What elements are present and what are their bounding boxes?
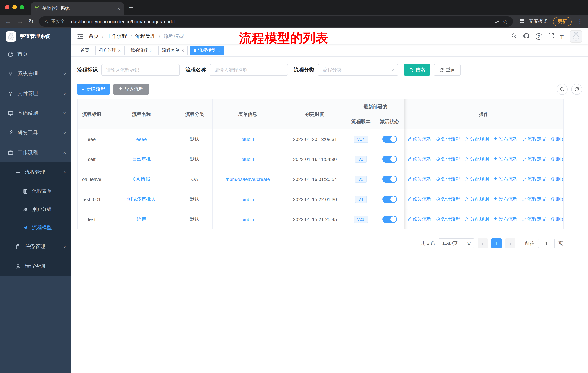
tag-home[interactable]: 首页 [77,46,93,55]
new-tab-button[interactable]: + [129,4,133,12]
sidebar-item-devtools[interactable]: 研发工具 ∨ [0,123,71,143]
row-form-link[interactable]: /bpm/oa/leave/create [226,176,270,182]
sidebar-item-task-mgmt[interactable]: 任务管理 ∨ [0,237,71,256]
import-process-button[interactable]: 导入流程 [113,84,148,95]
sidebar-item-process-mgmt[interactable]: 流程管理 ∧ [0,162,71,182]
row-form-link[interactable]: biubiu [241,217,254,222]
tab-close-icon[interactable]: × [117,5,120,11]
create-process-button[interactable]: + 新建流程 [77,84,110,95]
sidebar-item-process-model[interactable]: 流程模型 [0,219,71,237]
url-text[interactable]: dashboard.yudao.iocoder.cn/bpm/manager/m… [71,19,491,24]
window-close-button[interactable] [5,5,10,10]
bookmark-star-icon[interactable]: ☆ [503,18,508,25]
delete-process-link[interactable]: 删除 [550,156,563,162]
process-definition-link[interactable]: 流程定义 [522,216,546,222]
breadcrumb-home[interactable]: 首页 [89,33,99,40]
prev-page-button[interactable]: ‹ [478,238,488,248]
assign-rule-link[interactable]: 分配规则 [465,196,489,202]
back-button[interactable]: ← [5,18,11,25]
design-process-link[interactable]: 设计流程 [436,196,460,202]
tag-tenant-mgmt[interactable]: 租户管理 × [95,46,125,55]
row-form-link[interactable]: biubiu [241,156,254,162]
forward-button[interactable]: → [17,18,23,25]
sidebar-item-system[interactable]: 系统管理 ∨ [0,64,71,84]
sidebar-fold-icon[interactable] [77,33,84,40]
design-process-link[interactable]: 设计流程 [436,136,460,142]
browser-menu-icon[interactable]: ⋮ [577,18,583,25]
tag-close-icon[interactable]: × [218,48,220,53]
tag-process-model[interactable]: 流程模型 × [190,46,224,55]
security-label[interactable]: 不安全 [51,18,65,25]
sidebar-item-infra[interactable]: 基础设施 ∨ [0,103,71,123]
show-search-button[interactable] [557,84,567,95]
sidebar-item-user-group[interactable]: 用户分组 [0,200,71,219]
publish-process-link[interactable]: 发布流程 [493,156,518,162]
sidebar-item-process-form[interactable]: 流程表单 [0,182,71,200]
edit-process-link[interactable]: 修改流程 [407,216,432,222]
tag-close-icon[interactable]: × [118,48,121,53]
design-process-link[interactable]: 设计流程 [436,156,460,162]
sidebar-item-home[interactable]: 首页 [0,44,71,64]
github-icon[interactable] [523,33,529,40]
edit-process-link[interactable]: 修改流程 [407,136,432,142]
publish-process-link[interactable]: 发布流程 [493,136,518,142]
publish-process-link[interactable]: 发布流程 [493,176,518,182]
sidebar-item-leave-query[interactable]: 请假查询 [0,256,71,276]
active-toggle[interactable] [382,156,397,163]
window-zoom-button[interactable] [20,5,24,10]
row-name-link[interactable]: 滔博 [137,216,146,222]
refresh-table-button[interactable] [571,84,582,95]
sidebar-item-workflow[interactable]: 工作流程 ∧ [0,143,71,162]
process-definition-link[interactable]: 流程定义 [522,176,546,182]
row-name-link[interactable]: OA 请假 [133,176,150,182]
help-icon[interactable]: ? [536,33,542,40]
row-name-link[interactable]: 测试多审批人 [127,196,156,202]
delete-process-link[interactable]: 删除 [550,196,563,202]
tag-close-icon[interactable]: × [150,48,152,53]
next-page-button[interactable]: › [505,238,515,248]
assign-rule-link[interactable]: 分配规则 [465,216,489,222]
edit-process-link[interactable]: 修改流程 [407,156,432,162]
row-form-link[interactable]: biubiu [241,136,254,142]
password-key-icon[interactable] [494,19,500,24]
process-name-input[interactable] [210,64,288,76]
search-button[interactable]: 搜索 [404,64,430,76]
reset-button[interactable]: 重置 [434,64,461,76]
reload-button[interactable]: ↻ [28,18,34,25]
process-id-input[interactable] [101,64,180,76]
process-definition-link[interactable]: 流程定义 [522,156,546,162]
active-toggle[interactable] [382,216,397,223]
breadcrumb-process-mgmt[interactable]: 流程管理 [135,33,156,40]
assign-rule-link[interactable]: 分配规则 [465,136,489,142]
row-name-link[interactable]: 自己审批 [132,156,151,162]
user-avatar[interactable] [570,30,582,43]
active-toggle[interactable] [382,196,397,203]
category-select[interactable]: 流程分类 ∨ [318,64,398,76]
process-definition-link[interactable]: 流程定义 [522,196,546,202]
font-size-icon[interactable]: T [560,33,564,40]
row-form-link[interactable]: biubiu [241,197,254,202]
page-1-button[interactable]: 1 [491,238,502,248]
window-minimize-button[interactable] [12,5,17,10]
search-icon[interactable] [511,33,517,40]
update-button[interactable]: 更新 [553,17,572,26]
delete-process-link[interactable]: 删除 [550,216,563,222]
tag-close-icon[interactable]: × [181,48,184,53]
browser-tab[interactable]: 芋道管理系统 × [31,2,124,15]
assign-rule-link[interactable]: 分配规则 [465,156,489,162]
active-toggle[interactable] [382,176,397,183]
delete-process-link[interactable]: 删除 [550,176,563,182]
page-size-select[interactable]: 10条/页 ∨ [439,238,474,248]
publish-process-link[interactable]: 发布流程 [493,216,518,222]
process-definition-link[interactable]: 流程定义 [522,136,546,142]
breadcrumb-workflow[interactable]: 工作流程 [107,33,127,40]
tag-my-process[interactable]: 我的流程 × [127,46,156,55]
edit-process-link[interactable]: 修改流程 [407,176,432,182]
design-process-link[interactable]: 设计流程 [436,176,460,182]
assign-rule-link[interactable]: 分配规则 [465,176,489,182]
publish-process-link[interactable]: 发布流程 [493,196,518,202]
edit-process-link[interactable]: 修改流程 [407,196,432,202]
goto-page-input[interactable] [538,239,555,248]
url-field[interactable]: ⚠ 不安全 dashboard.yudao.iocoder.cn/bpm/man… [39,16,513,27]
design-process-link[interactable]: 设计流程 [436,216,460,222]
